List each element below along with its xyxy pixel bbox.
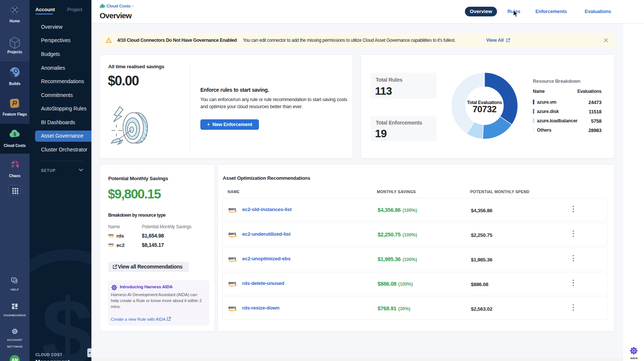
svg-text:$: $ [13, 131, 16, 137]
svg-text:?: ? [13, 278, 15, 282]
